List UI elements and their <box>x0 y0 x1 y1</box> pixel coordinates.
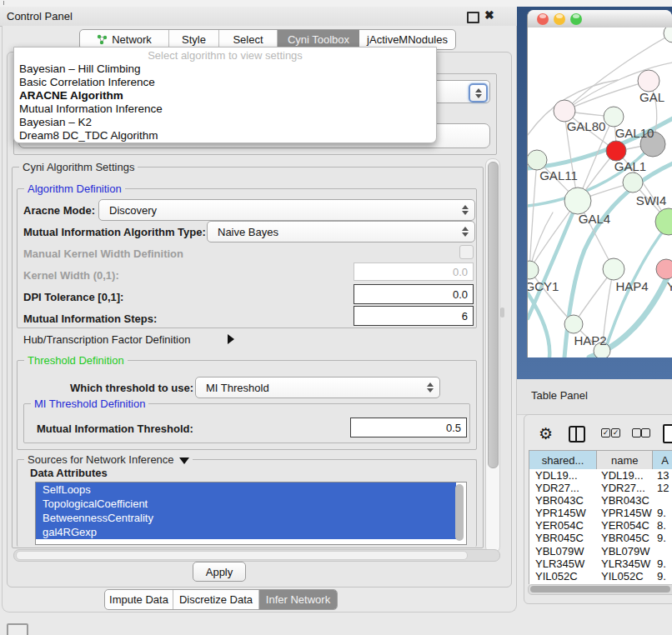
checked-checkbox-icon[interactable]: ✓ <box>611 428 620 438</box>
attribute-item[interactable]: SelfLoops <box>36 482 456 497</box>
attribute-item[interactable]: TopologicalCoefficient <box>36 497 456 511</box>
combo-stepper-focused[interactable] <box>469 83 488 102</box>
attribute-item[interactable]: BetweennessCentrality <box>36 511 456 525</box>
unchecked-checkbox-icon[interactable] <box>632 428 641 438</box>
network-node[interactable] <box>655 208 672 235</box>
table-cell: YBR043C <box>535 494 584 507</box>
bottom-tab-infer-network[interactable]: Infer Network <box>259 590 337 609</box>
table-row[interactable]: YDL19...YDL19...13 <box>529 469 672 482</box>
aracne-mode-value: Discovery <box>109 204 157 217</box>
which-threshold-combo[interactable]: MI Threshold <box>195 377 440 398</box>
attributes-scrollbar-thumb[interactable] <box>455 484 464 541</box>
split-pane-grabber[interactable] <box>500 308 504 318</box>
algorithm-option[interactable]: ARACNE Algorithm <box>14 89 436 102</box>
table-row[interactable]: YBR043CYBR043C <box>529 494 672 507</box>
minimize-window-icon[interactable] <box>554 13 565 25</box>
table-hscrollbar-thumb[interactable] <box>530 586 670 592</box>
network-node-y[interactable] <box>656 259 672 279</box>
table-row[interactable]: YBR045CYBR045C9. <box>529 532 672 544</box>
table-row[interactable]: YPR145WYPR145W9. <box>529 507 672 519</box>
settings-hscrollbar[interactable] <box>13 549 500 562</box>
sources-title: Sources for Network Inference <box>24 453 193 466</box>
table-row[interactable]: YDR27...YDR27...12 <box>529 482 672 494</box>
network-canvas[interactable]: GALGAL80GAL10GAL1GAL11GAL4SWI4GCY1HAP4YH… <box>528 28 672 358</box>
network-window-titlebar[interactable] <box>528 10 672 28</box>
network-node-gal1[interactable] <box>606 141 626 161</box>
function-builder-icon[interactable] <box>663 424 672 443</box>
float-panel-icon[interactable] <box>467 12 479 23</box>
table-header-row: shared...nameA <box>529 450 672 469</box>
dpi-tolerance-field[interactable]: 0.0 <box>354 284 474 304</box>
table-cell: YDR27... <box>535 482 579 494</box>
table-row[interactable]: YLR345WYLR345W9. <box>529 558 672 570</box>
apply-button[interactable]: Apply <box>193 562 246 582</box>
network-icon <box>97 34 108 45</box>
settings-vscrollbar[interactable] <box>485 158 500 553</box>
network-node-hap4[interactable] <box>603 258 624 280</box>
table-cell: YIL052C <box>535 570 578 582</box>
table-cell: 9. <box>657 507 666 519</box>
checked-checkbox-icon[interactable]: ✓ <box>601 428 610 438</box>
settings-vscrollbar-thumb[interactable] <box>488 162 499 468</box>
column-header[interactable]: A <box>653 451 672 469</box>
table-settings-gear-icon[interactable]: ⚙ <box>539 424 553 443</box>
close-window-icon[interactable] <box>537 13 549 25</box>
network-node-gal11[interactable] <box>528 150 547 170</box>
network-node-gal10[interactable] <box>604 107 624 127</box>
cyni-settings-title: Cyni Algorithm Settings <box>19 161 138 173</box>
table-row[interactable]: YIL052CYIL052C9. <box>529 570 672 582</box>
algorithm-option[interactable]: Bayesian – K2 <box>14 116 436 129</box>
hub-definition-label: Hub/Transcription Factor Definition <box>23 333 190 346</box>
bottom-tab-discretize-data[interactable]: Discretize Data <box>173 590 259 609</box>
table-cell: YER054C <box>601 519 649 532</box>
expand-arrow-icon[interactable] <box>228 334 234 344</box>
column-layout-icon[interactable] <box>569 426 585 442</box>
table-cell: YDL19... <box>601 469 644 482</box>
algorithm-definition-title: Algorithm Definition <box>24 182 125 195</box>
app-root: Control Panel ✖ NetworkStyleSelectCyni T… <box>0 0 672 635</box>
bottom-tab-impute-data[interactable]: Impute Data <box>105 590 173 609</box>
settings-hscrollbar-thumb[interactable] <box>16 551 468 560</box>
table-panel-titlebar: Table Panel <box>517 379 672 415</box>
attribute-item[interactable]: gal4RGexp <box>36 525 456 539</box>
mi-threshold-field[interactable]: 0.5 <box>350 418 467 438</box>
manual-kernel-checkbox[interactable] <box>459 245 474 259</box>
network-window[interactable]: GALGAL80GAL10GAL1GAL11GAL4SWI4GCY1HAP4YH… <box>527 10 672 358</box>
bottom-tabs: Impute DataDiscretize DataInfer Network <box>104 589 338 610</box>
table-rows: YDL19...YDL19...13YDR27...YDR27...12YBR0… <box>529 469 672 584</box>
algorithm-option[interactable]: Mutual Information Inference <box>14 102 436 116</box>
network-node[interactable] <box>664 28 672 42</box>
column-header[interactable]: shared... <box>529 451 597 469</box>
column-header[interactable]: name <box>597 451 653 469</box>
node-label: GCY1 <box>528 279 559 293</box>
mi-steps-field[interactable]: 6 <box>354 306 474 326</box>
node-label: GAL4 <box>579 212 610 226</box>
unchecked-checkbox-icon[interactable] <box>641 428 650 438</box>
close-panel-icon[interactable]: ✖ <box>484 8 494 22</box>
network-node-hap2[interactable] <box>564 315 583 333</box>
zoom-window-icon[interactable] <box>570 13 582 25</box>
table-hscrollbar[interactable] <box>528 584 672 595</box>
table-cell: 13 <box>657 469 669 482</box>
node-label: GAL10 <box>615 126 654 140</box>
table-panel-title: Table Panel <box>531 389 588 402</box>
network-node-gcy1[interactable] <box>528 261 539 279</box>
collapse-arrow-icon[interactable] <box>179 458 189 464</box>
mi-steps-label: Mutual Information Steps: <box>23 312 157 325</box>
algorithm-option[interactable]: Bayesian – Hill Climbing <box>14 62 436 76</box>
network-edge <box>529 160 537 270</box>
algorithm-option[interactable]: Basic Correlation Inference <box>14 76 436 89</box>
algorithm-option[interactable]: Dream8 DC_TDC Algorithm <box>14 129 436 142</box>
mi-type-combo[interactable]: Naive Bayes <box>207 221 475 242</box>
kernel-width-field[interactable]: 0.0 <box>354 262 474 281</box>
network-edge <box>528 293 549 358</box>
table-cell: YPR145W <box>535 507 586 519</box>
network-node-swi4[interactable] <box>623 172 643 192</box>
table-row[interactable]: YER054CYER054C8. <box>529 519 672 532</box>
network-node-gal[interactable] <box>638 70 659 92</box>
network-node-gal4[interactable] <box>564 188 591 214</box>
table-row[interactable]: YBL079WYBL079W <box>529 545 672 558</box>
aracne-mode-combo[interactable]: Discovery <box>98 199 475 221</box>
data-attributes-list[interactable]: SelfLoopsTopologicalCoefficientBetweenne… <box>35 482 467 545</box>
restore-panel-icon[interactable] <box>7 623 28 635</box>
